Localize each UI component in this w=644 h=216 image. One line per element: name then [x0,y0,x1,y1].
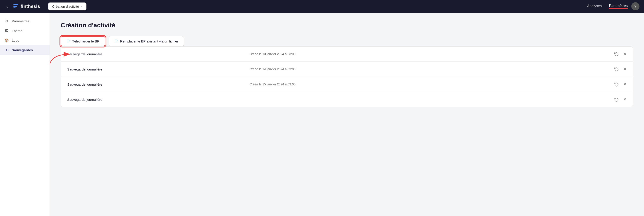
backup-date: Créée le 13 janvier 2024 à 03:00 [250,52,614,56]
backup-name: Sauvegarde journalière [67,98,250,101]
sidebar-item-theme[interactable]: 🖼 Thème [0,26,50,35]
restore-button[interactable] [614,52,619,56]
restore-button[interactable] [614,67,619,71]
main-layout: ⚙ Paramètres 🖼 Thème 🏠 Logo ↩ Sauvegarde… [0,13,644,216]
delete-button[interactable]: ✕ [623,51,626,56]
backup-actions: ✕ [614,67,626,72]
logo-text: finthesis [20,4,40,9]
backup-actions: ✕ [614,82,626,87]
delete-button[interactable]: ✕ [623,82,626,87]
restore-button[interactable] [614,97,619,102]
dropdown-label: Création d'activité [52,4,79,8]
logo-icon [13,4,18,8]
replace-bp-button[interactable]: 📄 Remplacer le BP existant via un fichie… [109,36,184,46]
page-title: Création d'activité [61,22,633,29]
restore-icon: ↩ [4,48,9,52]
delete-button[interactable]: ✕ [623,67,626,72]
analyses-link[interactable]: Analyses [587,4,602,8]
backup-actions: ✕ [614,97,626,102]
backup-name: Sauvegarde journalière [67,67,250,71]
logo: finthesis [13,4,40,9]
backup-name: Sauvegarde journalière [67,52,250,56]
sidebar-item-label: Logo [12,38,19,42]
download-bp-button[interactable]: 📄 Télécharger le BP [61,36,105,46]
top-navigation: ‹ finthesis Création d'activité ▾ Analys… [0,0,644,13]
table-row: Sauvegarde journalière ✕ [61,92,633,107]
sidebar-item-label: Sauvegardes [12,48,33,52]
sidebar-item-label: Paramètres [12,19,30,23]
logo-icon: 🏠 [4,38,9,42]
download-bp-label: Télécharger le BP [72,39,99,43]
table-row: Sauvegarde journalière Créée le 13 janvi… [61,46,633,62]
gear-icon: ⚙ [4,19,9,23]
replace-icon: 📄 [114,39,118,43]
sidebar-item-label: Thème [12,29,22,33]
sidebar: ⚙ Paramètres 🖼 Thème 🏠 Logo ↩ Sauvegarde… [0,13,50,216]
backup-date: Créée le 14 janvier 2024 à 03:00 [250,67,614,71]
nav-links: Analyses Paramètres [587,4,628,9]
download-icon: 📄 [66,39,70,43]
table-row: Sauvegarde journalière Créée le 14 janvi… [61,62,633,77]
restore-button[interactable] [614,82,619,87]
user-avatar[interactable]: ? [631,2,640,10]
annotation-arrow [50,50,74,68]
chevron-down-icon: ▾ [81,5,82,8]
backup-date: Créée le 15 janvier 2024 à 03:00 [250,82,614,86]
replace-bp-label: Remplacer le BP existant via un fichier [120,39,178,43]
backup-list: Sauvegarde journalière Créée le 13 janvi… [61,46,633,107]
backup-actions: ✕ [614,51,626,56]
table-row: Sauvegarde journalière Créée le 15 janvi… [61,77,633,92]
delete-button[interactable]: ✕ [623,97,626,102]
content-area: Création d'activité 📄 Télécharger le BP … [50,13,644,216]
activity-dropdown[interactable]: Création d'activité ▾ [48,2,86,10]
action-buttons-area: 📄 Télécharger le BP 📄 Remplacer le BP ex… [61,36,633,46]
backup-name: Sauvegarde journalière [67,82,250,86]
sidebar-item-logo[interactable]: 🏠 Logo [0,35,50,45]
sidebar-item-sauvegardes[interactable]: ↩ Sauvegardes [0,45,50,55]
theme-icon: 🖼 [4,29,9,33]
sidebar-item-parametres[interactable]: ⚙ Paramètres [0,16,50,26]
back-button[interactable]: ‹ [4,3,10,10]
parametres-link[interactable]: Paramètres [609,4,628,9]
